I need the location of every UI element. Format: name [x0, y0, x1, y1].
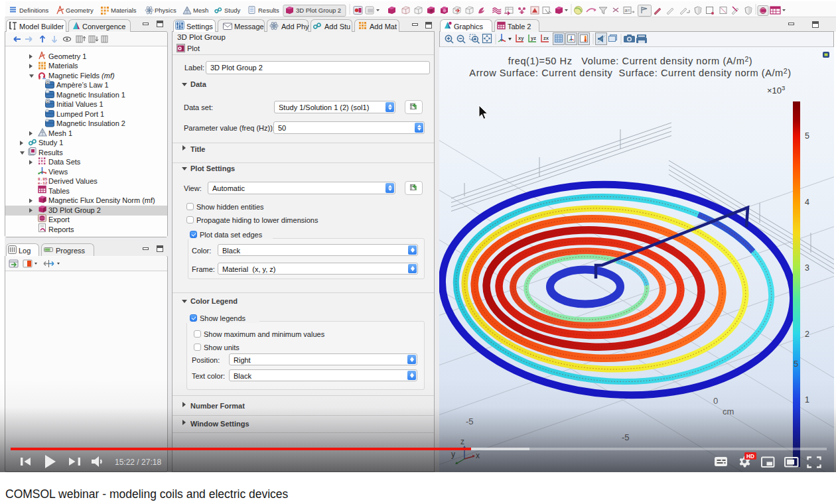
svg-text:a=: a= — [625, 8, 630, 13]
svg-text:Geometry: Geometry — [66, 7, 94, 14]
svg-text:15:22 / 27:18: 15:22 / 27:18 — [115, 458, 161, 467]
svg-text:freq(1)=50 Hz Volume: Curren: freq(1)=50 Hz Volume: Current density no… — [508, 55, 752, 66]
svg-text:5: 5 — [794, 359, 798, 369]
svg-text:zx: zx — [543, 35, 549, 41]
svg-text:2: 2 — [805, 330, 809, 339]
svg-text:yz: yz — [531, 35, 536, 41]
svg-text:Results: Results — [258, 7, 279, 14]
svg-text:Arrow Surface: Current density: Arrow Surface: Current density Surface: … — [469, 67, 791, 78]
svg-text:5: 5 — [805, 131, 809, 141]
svg-text:xy: xy — [518, 35, 524, 41]
svg-text:Materials: Materials — [111, 7, 137, 14]
svg-text:Definitions: Definitions — [19, 7, 49, 14]
svg-text:Study: Study — [224, 7, 241, 14]
svg-text:Mesh: Mesh — [193, 7, 208, 14]
svg-text:3: 3 — [805, 263, 809, 273]
svg-text:HD: HD — [746, 454, 754, 460]
svg-text:3D Plot Group 2: 3D Plot Group 2 — [296, 7, 341, 14]
svg-text:4: 4 — [805, 198, 809, 207]
svg-text:Physics: Physics — [155, 7, 176, 14]
